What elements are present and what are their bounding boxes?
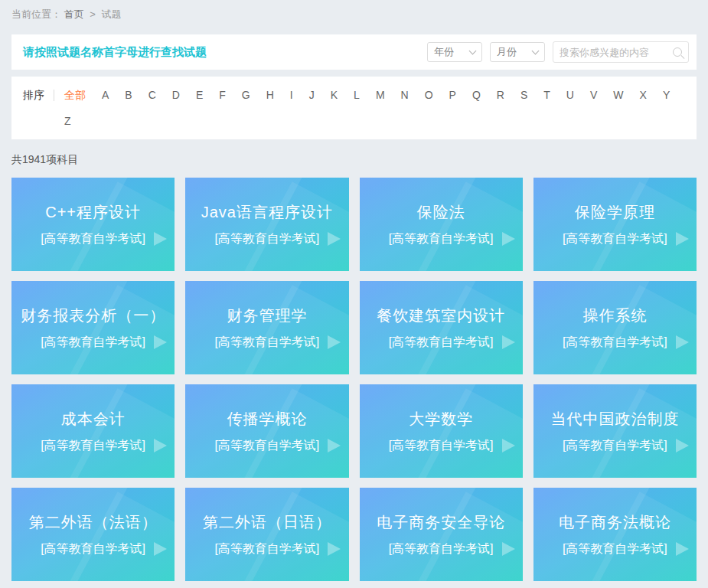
arrow-right-icon [502, 232, 515, 246]
subject-card[interactable]: Java语言程序设计 [高等教育自学考试] [185, 178, 348, 271]
subject-card-exam-type: [高等教育自学考试] [214, 232, 319, 245]
sort-label: 排序 [23, 87, 44, 103]
letter-filter-item[interactable]: F [219, 87, 226, 103]
arrow-right-icon [154, 232, 167, 246]
letter-filter-item[interactable]: C [148, 87, 156, 103]
letter-filter-item[interactable]: Y [663, 87, 670, 103]
letter-filter-item[interactable]: G [242, 87, 250, 103]
subject-card-exam-type: [高等教育自学考试] [563, 439, 667, 452]
letter-filter-item[interactable]: A [102, 87, 109, 103]
subject-card[interactable]: 保险法 [高等教育自学考试] [360, 178, 523, 271]
arrow-right-icon [502, 335, 515, 349]
subject-card-subtitle: [高等教育自学考试] [214, 335, 319, 351]
subject-card-subtitle: [高等教育自学考试] [563, 438, 667, 454]
letter-filter-all[interactable]: 全部 [64, 87, 86, 103]
subject-card[interactable]: 财务管理学 [高等教育自学考试] [185, 281, 348, 374]
breadcrumb-prefix: 当前位置： [11, 8, 61, 20]
subject-card-exam-type: [高等教育自学考试] [389, 439, 494, 452]
breadcrumb-current: 试题 [101, 8, 121, 20]
subject-card-title: 当代中国政治制度 [550, 409, 679, 430]
subject-card-exam-type: [高等教育自学考试] [563, 335, 667, 348]
letter-filter-item[interactable]: X [640, 87, 647, 103]
letter-filter-item[interactable]: L [354, 87, 360, 103]
letter-filter-item[interactable]: S [520, 87, 527, 103]
subject-card-exam-type: [高等教育自学考试] [214, 335, 319, 348]
letter-filter-item[interactable]: Z [64, 113, 71, 129]
month-select[interactable]: 月份 [490, 42, 545, 62]
breadcrumb-home-link[interactable]: 首页 [64, 8, 84, 20]
subject-card[interactable]: 第二外语（日语） [高等教育自学考试] [185, 488, 348, 581]
subject-card[interactable]: 当代中国政治制度 [高等教育自学考试] [533, 384, 697, 478]
subject-card-title: Java语言程序设计 [201, 202, 333, 223]
subject-card[interactable]: C++程序设计 [高等教育自学考试] [11, 178, 175, 271]
subject-card[interactable]: 保险学原理 [高等教育自学考试] [533, 178, 697, 271]
letter-filter-item[interactable]: D [172, 87, 180, 103]
subject-card-subtitle: [高等教育自学考试] [41, 438, 145, 454]
subject-card[interactable]: 传播学概论 [高等教育自学考试] [185, 384, 348, 478]
sort-divider [54, 90, 54, 101]
subject-card-subtitle: [高等教育自学考试] [41, 335, 145, 351]
arrow-right-icon [328, 542, 341, 556]
letter-filter-item[interactable]: E [196, 87, 203, 103]
subject-card-subtitle: [高等教育自学考试] [214, 231, 319, 247]
letter-filter-item[interactable]: N [401, 87, 409, 103]
arrow-right-icon [502, 542, 515, 556]
breadcrumb-separator: > [90, 8, 96, 20]
letter-filter-item[interactable]: Q [472, 87, 481, 103]
subject-card[interactable]: 成本会计 [高等教育自学考试] [11, 384, 175, 478]
letter-filter-item[interactable]: B [125, 87, 132, 103]
subject-card-exam-type: [高等教育自学考试] [563, 232, 667, 245]
subject-card-subtitle: [高等教育自学考试] [41, 541, 145, 557]
letter-filter-item[interactable]: U [566, 87, 574, 103]
subject-card-title: 大学数学 [409, 409, 473, 430]
letter-filter-item[interactable]: K [331, 87, 338, 103]
letter-filter-item[interactable]: P [449, 87, 456, 103]
letter-filter-item[interactable]: W [613, 87, 623, 103]
subject-card-subtitle: [高等教育自学考试] [563, 231, 667, 247]
letter-filter-item[interactable]: M [376, 87, 385, 103]
search-icon[interactable] [673, 47, 682, 57]
subject-card[interactable]: 财务报表分析（一） [高等教育自学考试] [11, 281, 175, 374]
letter-filter-item[interactable]: T [543, 87, 550, 103]
letter-filter-item[interactable]: J [309, 87, 315, 103]
letter-filter-item[interactable]: O [425, 87, 433, 103]
subject-card-exam-type: [高等教育自学考试] [41, 232, 145, 245]
subject-card-title: 传播学概论 [227, 409, 307, 430]
arrow-right-icon [328, 232, 341, 246]
filter-bar: 请按照试题名称首字母进行查找试题 年份 月份 [11, 34, 697, 70]
subject-card-subtitle: [高等教育自学考试] [389, 438, 494, 454]
arrow-right-icon [328, 335, 341, 349]
subject-card-title: 餐饮建筑室内设计 [377, 305, 505, 326]
letter-filter-item[interactable]: R [497, 87, 504, 103]
subject-card[interactable]: 第二外语（法语） [高等教育自学考试] [11, 488, 175, 581]
arrow-right-icon [676, 232, 689, 246]
subject-card-title: 财务报表分析（一） [21, 305, 165, 326]
letter-filter-item[interactable]: H [266, 87, 274, 103]
arrow-right-icon [502, 439, 515, 452]
result-count: 共1941项科目 [11, 153, 697, 167]
subject-card-exam-type: [高等教育自学考试] [41, 335, 145, 348]
search-input[interactable] [560, 47, 668, 58]
arrow-right-icon [676, 542, 689, 556]
subject-card-subtitle: [高等教育自学考试] [41, 231, 145, 247]
subject-card[interactable]: 餐饮建筑室内设计 [高等教育自学考试] [360, 281, 523, 374]
subject-card-exam-type: [高等教育自学考试] [563, 542, 667, 555]
subject-card[interactable]: 大学数学 [高等教育自学考试] [360, 384, 523, 478]
subject-card[interactable]: 电子商务安全导论 [高等教育自学考试] [360, 488, 523, 581]
page: 当前位置： 首页 > 试题 请按照试题名称首字母进行查找试题 年份 月份 排序 [0, 0, 708, 581]
breadcrumb: 当前位置： 首页 > 试题 [11, 0, 697, 21]
letter-filter-item[interactable]: I [290, 87, 293, 103]
subject-card-title: 第二外语（法语） [29, 512, 158, 533]
subject-card[interactable]: 操作系统 [高等教育自学考试] [533, 281, 697, 374]
subject-card-title: 保险法 [417, 202, 465, 223]
subject-card-subtitle: [高等教育自学考试] [389, 231, 494, 247]
subject-card-grid: C++程序设计 [高等教育自学考试] Java语言程序设计 [高等教育自学考试]… [11, 178, 697, 581]
subject-card-subtitle: [高等教育自学考试] [389, 335, 494, 351]
subject-card-subtitle: [高等教育自学考试] [214, 541, 319, 557]
subject-card-exam-type: [高等教育自学考试] [214, 439, 319, 452]
subject-card-subtitle: [高等教育自学考试] [214, 438, 319, 454]
subject-card[interactable]: 电子商务法概论 [高等教育自学考试] [533, 488, 697, 581]
year-select[interactable]: 年份 [427, 42, 482, 62]
filter-controls: 年份 月份 [427, 41, 689, 63]
letter-filter-item[interactable]: V [590, 87, 597, 103]
